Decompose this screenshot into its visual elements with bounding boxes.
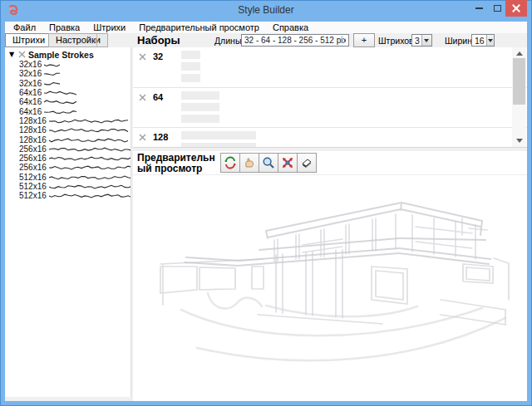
menu-item-1[interactable]: Правка: [42, 22, 86, 33]
set-group-128[interactable]: 128: [133, 127, 527, 147]
pan-hand-icon: [243, 156, 256, 169]
set-group-64[interactable]: 64: [133, 87, 527, 127]
stroke-bar: [181, 51, 200, 59]
tree-item-label: 128x16: [19, 135, 47, 144]
stroke-sample-image: [48, 191, 131, 200]
tree-item-8[interactable]: 128x16: [5, 135, 131, 144]
tab-0[interactable]: Штрихи: [5, 33, 52, 47]
eraser-button[interactable]: [297, 153, 317, 173]
tree-item-5[interactable]: 64x16: [5, 106, 131, 115]
set-group-label: 128: [153, 132, 168, 142]
stroke-sample-image: [43, 107, 80, 116]
set-group-32[interactable]: 32: [133, 47, 527, 87]
add-length-button[interactable]: +: [353, 33, 375, 47]
sets-panel-title: Наборы: [137, 34, 180, 46]
toolbar-separator: [96, 34, 97, 46]
tree-item-label: 512x16: [19, 173, 47, 182]
stroke-bar: [181, 62, 200, 71]
delete-icon[interactable]: [139, 53, 146, 61]
preview-canvas[interactable]: [133, 175, 527, 401]
stroke-sample-image: [48, 182, 131, 191]
strokes-count-dropdown-button[interactable]: [421, 35, 431, 46]
strokes-tree-panel: ▼ Sample Strokes 32x1632x1632x1664x1664x…: [5, 47, 131, 397]
menu-item-2[interactable]: Штрихи: [86, 22, 132, 33]
strokes-count-value: 3: [412, 35, 421, 46]
set-stroke-bars: [181, 131, 256, 147]
tree-root-row[interactable]: ▼ Sample Strokes: [5, 49, 131, 60]
tree-collapse-icon[interactable]: ▼: [9, 51, 17, 58]
set-stroke-bars: [181, 91, 219, 126]
lengths-input[interactable]: [241, 34, 349, 46]
width-select[interactable]: 16: [471, 34, 495, 46]
stroke-bar: [181, 115, 219, 123]
tree-item-2[interactable]: 32x16: [5, 79, 131, 88]
fit-view-icon: [281, 156, 294, 169]
stroke-sample-image: [43, 69, 62, 78]
menu-bar: ФайлПравкаШтрихиПредварительный просмотр…: [5, 22, 527, 33]
lengths-label: Длины:: [214, 36, 244, 46]
tree-item-label: 128x16: [19, 125, 47, 135]
tree-item-4[interactable]: 64x16: [5, 97, 131, 106]
house-sketch-image: [133, 175, 527, 401]
sets-scrollbar[interactable]: [512, 47, 526, 147]
chevron-down-icon: [516, 139, 523, 143]
stroke-bar: [181, 74, 200, 82]
tree-item-14[interactable]: 512x16: [5, 191, 131, 200]
maximize-button[interactable]: [489, 0, 506, 17]
refresh-button[interactable]: [220, 153, 240, 173]
tree-item-label: 32x16: [19, 79, 42, 88]
minimize-icon: [475, 7, 483, 9]
strokes-count-select[interactable]: 3: [411, 34, 432, 46]
chevron-down-icon: [488, 39, 493, 42]
menu-item-0[interactable]: Файл: [7, 22, 42, 33]
preview-toolbar: [220, 153, 316, 173]
width-dropdown-button[interactable]: [486, 35, 494, 46]
stroke-sample-image: [43, 79, 62, 88]
stroke-sample-image: [48, 163, 131, 172]
stroke-bar: [181, 131, 256, 139]
app-window: Style Builder ФайлПравкаШтрихиПредварите…: [0, 0, 532, 406]
magnifier-icon: [262, 156, 275, 169]
set-stroke-bars: [181, 51, 200, 86]
stroke-sample-image: [48, 144, 131, 154]
toolbar: ШтрихиНастройки Наборы Длины: + Штрихов:…: [5, 33, 527, 47]
tree-item-9[interactable]: 256x16: [5, 144, 131, 154]
scroll-down-button[interactable]: [512, 135, 526, 147]
close-button[interactable]: [505, 0, 527, 17]
tree-root-label: Sample Strokes: [28, 50, 94, 60]
stroke-sample-image: [48, 125, 131, 135]
tree-item-7[interactable]: 128x16: [5, 125, 131, 135]
close-icon: [512, 4, 520, 12]
menu-item-4[interactable]: Справка: [266, 22, 315, 33]
tree-item-12[interactable]: 512x16: [5, 173, 131, 182]
tree-item-3[interactable]: 64x16: [5, 88, 131, 97]
client-area: ФайлПравкаШтрихиПредварительный просмотр…: [5, 22, 527, 401]
tree-item-13[interactable]: 512x16: [5, 182, 131, 191]
delete-icon[interactable]: [18, 51, 26, 58]
tree-item-label: 512x16: [19, 191, 47, 200]
delete-icon[interactable]: [139, 94, 146, 101]
tree-item-label: 256x16: [19, 163, 47, 172]
preview-header: Предварительный просмотр: [133, 151, 527, 175]
scrollbar-thumb[interactable]: [513, 58, 525, 105]
tree-item-label: 64x16: [19, 88, 42, 97]
sets-list: 3264128: [133, 47, 527, 147]
tree-item-0[interactable]: 32x16: [5, 60, 131, 69]
width-value: 16: [472, 35, 486, 46]
delete-icon[interactable]: [139, 134, 146, 141]
set-group-label: 32: [153, 51, 163, 61]
maximize-icon: [494, 5, 501, 12]
tree-item-10[interactable]: 256x16: [5, 154, 131, 163]
tree-item-label: 64x16: [19, 97, 42, 106]
stroke-sample-image: [48, 116, 131, 125]
tree-item-1[interactable]: 32x16: [5, 69, 131, 78]
tab-1[interactable]: Настройки: [48, 33, 108, 47]
minimize-button[interactable]: [470, 0, 488, 17]
tree-item-11[interactable]: 256x16: [5, 163, 131, 172]
pan-button[interactable]: [239, 153, 259, 173]
stroke-sample-image: [43, 97, 80, 106]
menu-item-3[interactable]: Предварительный просмотр: [132, 22, 266, 33]
tree-item-6[interactable]: 128x16: [5, 116, 131, 125]
fit-view-button[interactable]: [278, 153, 298, 173]
zoom-button[interactable]: [259, 153, 278, 173]
